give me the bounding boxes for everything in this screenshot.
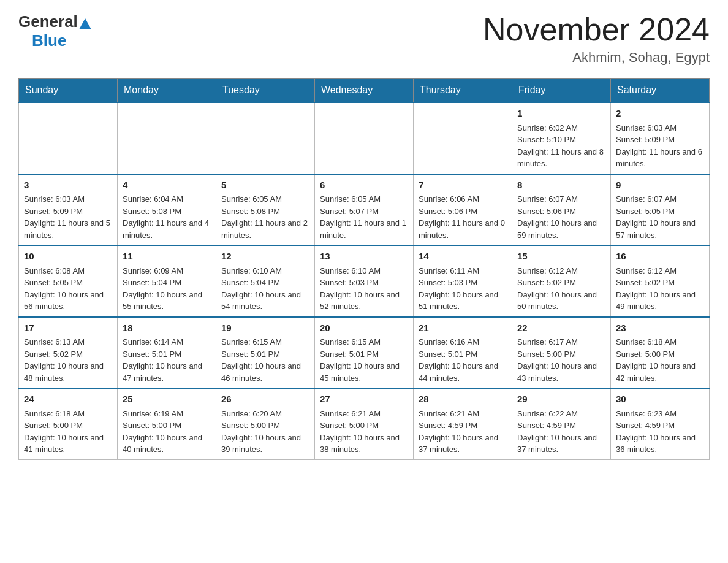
calendar-week-row: 17Sunrise: 6:13 AM Sunset: 5:02 PM Dayli…	[19, 317, 710, 389]
calendar-cell: 28Sunrise: 6:21 AM Sunset: 4:59 PM Dayli…	[414, 388, 512, 459]
calendar-cell: 11Sunrise: 6:09 AM Sunset: 5:04 PM Dayli…	[118, 245, 216, 317]
day-number: 26	[221, 393, 309, 407]
calendar-cell: 14Sunrise: 6:11 AM Sunset: 5:03 PM Dayli…	[414, 245, 512, 317]
day-info: Sunrise: 6:04 AM Sunset: 5:08 PM Dayligh…	[123, 193, 211, 241]
day-info: Sunrise: 6:20 AM Sunset: 5:00 PM Dayligh…	[221, 408, 309, 456]
day-info: Sunrise: 6:05 AM Sunset: 5:08 PM Dayligh…	[221, 193, 309, 241]
calendar-cell: 12Sunrise: 6:10 AM Sunset: 5:04 PM Dayli…	[216, 245, 315, 317]
calendar-cell: 18Sunrise: 6:14 AM Sunset: 5:01 PM Dayli…	[118, 317, 216, 389]
calendar-cell: 3Sunrise: 6:03 AM Sunset: 5:09 PM Daylig…	[19, 174, 118, 246]
calendar-cell: 20Sunrise: 6:15 AM Sunset: 5:01 PM Dayli…	[315, 317, 414, 389]
day-info: Sunrise: 6:13 AM Sunset: 5:02 PM Dayligh…	[24, 336, 112, 384]
day-info: Sunrise: 6:21 AM Sunset: 4:59 PM Dayligh…	[419, 408, 507, 456]
day-of-week-header: Thursday	[414, 79, 512, 103]
day-number: 12	[221, 250, 309, 264]
calendar-cell: 25Sunrise: 6:19 AM Sunset: 5:00 PM Dayli…	[118, 388, 216, 459]
day-number: 20	[320, 321, 408, 335]
calendar-cell: 24Sunrise: 6:18 AM Sunset: 5:00 PM Dayli…	[19, 388, 118, 459]
day-number: 4	[123, 178, 211, 193]
day-info: Sunrise: 6:14 AM Sunset: 5:01 PM Dayligh…	[123, 336, 211, 384]
calendar-cell: 22Sunrise: 6:17 AM Sunset: 5:00 PM Dayli…	[512, 317, 611, 389]
day-number: 6	[320, 178, 408, 193]
day-info: Sunrise: 6:12 AM Sunset: 5:02 PM Dayligh…	[616, 265, 704, 313]
calendar-cell: 1Sunrise: 6:02 AM Sunset: 5:10 PM Daylig…	[512, 102, 611, 174]
day-info: Sunrise: 6:07 AM Sunset: 5:06 PM Dayligh…	[517, 193, 605, 241]
day-of-week-header: Tuesday	[216, 79, 315, 103]
calendar-week-row: 1Sunrise: 6:02 AM Sunset: 5:10 PM Daylig…	[19, 102, 710, 174]
calendar-cell: 5Sunrise: 6:05 AM Sunset: 5:08 PM Daylig…	[216, 174, 315, 246]
day-number: 15	[517, 250, 605, 264]
day-number: 2	[616, 107, 704, 121]
logo: General Blue	[18, 12, 93, 50]
calendar-table: SundayMondayTuesdayWednesdayThursdayFrid…	[18, 78, 710, 460]
day-number: 24	[24, 393, 112, 407]
day-number: 1	[517, 107, 605, 121]
day-info: Sunrise: 6:23 AM Sunset: 4:59 PM Dayligh…	[616, 408, 704, 456]
day-info: Sunrise: 6:16 AM Sunset: 5:01 PM Dayligh…	[419, 336, 507, 384]
calendar-cell	[315, 102, 414, 174]
day-number: 10	[24, 250, 112, 264]
day-number: 7	[419, 178, 507, 193]
day-number: 9	[616, 178, 704, 193]
calendar-week-row: 3Sunrise: 6:03 AM Sunset: 5:09 PM Daylig…	[19, 174, 710, 246]
day-info: Sunrise: 6:15 AM Sunset: 5:01 PM Dayligh…	[320, 336, 408, 384]
day-info: Sunrise: 6:02 AM Sunset: 5:10 PM Dayligh…	[517, 122, 605, 170]
day-of-week-header: Wednesday	[315, 79, 414, 103]
calendar-week-row: 10Sunrise: 6:08 AM Sunset: 5:05 PM Dayli…	[19, 245, 710, 317]
calendar-cell: 8Sunrise: 6:07 AM Sunset: 5:06 PM Daylig…	[512, 174, 611, 246]
calendar-cell: 7Sunrise: 6:06 AM Sunset: 5:06 PM Daylig…	[414, 174, 512, 246]
calendar-cell: 17Sunrise: 6:13 AM Sunset: 5:02 PM Dayli…	[19, 317, 118, 389]
day-info: Sunrise: 6:05 AM Sunset: 5:07 PM Dayligh…	[320, 193, 408, 241]
day-info: Sunrise: 6:09 AM Sunset: 5:04 PM Dayligh…	[123, 265, 211, 313]
calendar-cell: 27Sunrise: 6:21 AM Sunset: 5:00 PM Dayli…	[315, 388, 414, 459]
calendar-cell: 15Sunrise: 6:12 AM Sunset: 5:02 PM Dayli…	[512, 245, 611, 317]
day-info: Sunrise: 6:07 AM Sunset: 5:05 PM Dayligh…	[616, 193, 704, 241]
day-info: Sunrise: 6:06 AM Sunset: 5:06 PM Dayligh…	[419, 193, 507, 241]
calendar-cell: 16Sunrise: 6:12 AM Sunset: 5:02 PM Dayli…	[611, 245, 710, 317]
month-title: November 2024	[483, 12, 710, 47]
calendar-cell: 4Sunrise: 6:04 AM Sunset: 5:08 PM Daylig…	[118, 174, 216, 246]
day-info: Sunrise: 6:08 AM Sunset: 5:05 PM Dayligh…	[24, 265, 112, 313]
day-info: Sunrise: 6:19 AM Sunset: 5:00 PM Dayligh…	[123, 408, 211, 456]
day-number: 16	[616, 250, 704, 264]
logo-general-text: General	[18, 12, 78, 31]
day-of-week-header: Sunday	[19, 79, 118, 103]
calendar-week-row: 24Sunrise: 6:18 AM Sunset: 5:00 PM Dayli…	[19, 388, 710, 459]
calendar-cell	[118, 102, 216, 174]
calendar-cell: 29Sunrise: 6:22 AM Sunset: 4:59 PM Dayli…	[512, 388, 611, 459]
day-of-week-header: Friday	[512, 79, 611, 103]
calendar-cell: 9Sunrise: 6:07 AM Sunset: 5:05 PM Daylig…	[611, 174, 710, 246]
calendar-header-row: SundayMondayTuesdayWednesdayThursdayFrid…	[19, 79, 710, 103]
day-info: Sunrise: 6:15 AM Sunset: 5:01 PM Dayligh…	[221, 336, 309, 384]
day-info: Sunrise: 6:21 AM Sunset: 5:00 PM Dayligh…	[320, 408, 408, 456]
day-info: Sunrise: 6:03 AM Sunset: 5:09 PM Dayligh…	[24, 193, 112, 241]
day-info: Sunrise: 6:10 AM Sunset: 5:04 PM Dayligh…	[221, 265, 309, 313]
day-info: Sunrise: 6:18 AM Sunset: 5:00 PM Dayligh…	[616, 336, 704, 384]
day-of-week-header: Saturday	[611, 79, 710, 103]
calendar-cell: 26Sunrise: 6:20 AM Sunset: 5:00 PM Dayli…	[216, 388, 315, 459]
day-number: 14	[419, 250, 507, 264]
day-number: 27	[320, 393, 408, 407]
day-info: Sunrise: 6:10 AM Sunset: 5:03 PM Dayligh…	[320, 265, 408, 313]
day-number: 25	[123, 393, 211, 407]
calendar-cell: 6Sunrise: 6:05 AM Sunset: 5:07 PM Daylig…	[315, 174, 414, 246]
day-number: 30	[616, 393, 704, 407]
day-of-week-header: Monday	[118, 79, 216, 103]
day-info: Sunrise: 6:18 AM Sunset: 5:00 PM Dayligh…	[24, 408, 112, 456]
calendar-cell: 30Sunrise: 6:23 AM Sunset: 4:59 PM Dayli…	[611, 388, 710, 459]
calendar-cell	[216, 102, 315, 174]
day-number: 28	[419, 393, 507, 407]
day-number: 29	[517, 393, 605, 407]
logo-blue-text: Blue	[32, 31, 66, 50]
calendar-cell: 13Sunrise: 6:10 AM Sunset: 5:03 PM Dayli…	[315, 245, 414, 317]
day-info: Sunrise: 6:17 AM Sunset: 5:00 PM Dayligh…	[517, 336, 605, 384]
page-header: General Blue November 2024 Akhmim, Sohag…	[18, 12, 710, 66]
calendar-cell: 23Sunrise: 6:18 AM Sunset: 5:00 PM Dayli…	[611, 317, 710, 389]
day-number: 23	[616, 321, 704, 335]
day-number: 13	[320, 250, 408, 264]
calendar-cell: 19Sunrise: 6:15 AM Sunset: 5:01 PM Dayli…	[216, 317, 315, 389]
calendar-cell: 21Sunrise: 6:16 AM Sunset: 5:01 PM Dayli…	[414, 317, 512, 389]
day-number: 8	[517, 178, 605, 193]
day-info: Sunrise: 6:12 AM Sunset: 5:02 PM Dayligh…	[517, 265, 605, 313]
day-number: 11	[123, 250, 211, 264]
